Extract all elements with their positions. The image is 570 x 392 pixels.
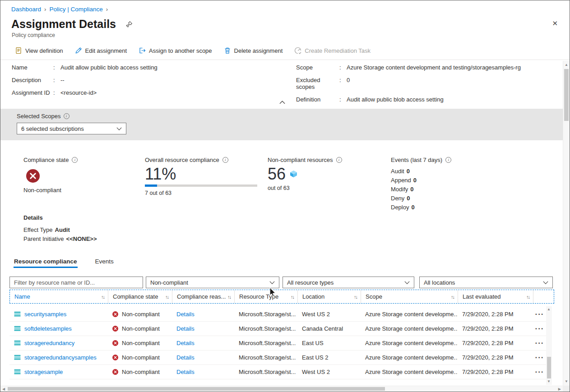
- row-context-menu-button[interactable]: [535, 339, 544, 348]
- scroll-down-icon[interactable]: [547, 380, 551, 383]
- info-icon[interactable]: [72, 157, 78, 163]
- scroll-right-icon[interactable]: [558, 387, 561, 391]
- resource-name-link[interactable]: storagesample: [24, 369, 63, 375]
- event-count-modify: Modify0: [391, 185, 451, 194]
- row-context-menu-button[interactable]: [535, 353, 544, 362]
- scope-cell: Azure Storage content developme...: [361, 354, 458, 361]
- row-context-menu-button[interactable]: [535, 368, 544, 377]
- assignment-details-blade: Dashboard Policy | Compliance Assignment…: [0, 0, 570, 392]
- info-icon[interactable]: [445, 157, 451, 163]
- details-title: Details: [23, 214, 97, 221]
- table-row: softdeletesamples Non-compliant Details …: [9, 322, 546, 336]
- assignment-scope-value: Azure Storage content development and te…: [347, 64, 521, 71]
- location-filter-dropdown[interactable]: All locations: [419, 277, 553, 288]
- row-context-menu-button[interactable]: [535, 324, 544, 333]
- event-count-deploy: Deploy0: [391, 203, 451, 212]
- title-row: Assignment Details: [11, 18, 133, 31]
- resource-name-link[interactable]: securitysamples: [24, 311, 66, 318]
- column-header-name[interactable]: Name: [10, 290, 108, 303]
- resource-name-link[interactable]: storageredundancy: [24, 340, 74, 346]
- overall-compliance-caption: 7 out of 63: [145, 190, 257, 196]
- resource-type-cell: Microsoft.Storage/st...: [234, 340, 297, 346]
- scrollbar-thumb[interactable]: [564, 69, 569, 121]
- assignment-id-value: <resource-id>: [60, 89, 97, 96]
- column-header-compliance-reason[interactable]: Compliance reas...: [172, 290, 235, 303]
- scroll-left-icon[interactable]: [2, 387, 5, 391]
- column-header-resource-type[interactable]: Resource Type: [235, 290, 298, 303]
- selected-scopes-value: 6 selected subscriptions: [21, 125, 84, 132]
- info-icon[interactable]: [336, 157, 342, 163]
- compliance-state-text: Non-compliant: [122, 354, 160, 361]
- overall-compliance-block: Overall resource compliance 11% 7 out of…: [145, 157, 257, 196]
- tab-events[interactable]: Events: [95, 258, 114, 268]
- collapse-details-button[interactable]: [276, 99, 288, 106]
- compliance-state-filter-dropdown[interactable]: Non-compliant: [146, 277, 279, 288]
- breadcrumb: Dashboard Policy | Compliance: [11, 6, 111, 13]
- details-link[interactable]: Details: [176, 340, 195, 346]
- details-link[interactable]: Details: [176, 311, 195, 318]
- breadcrumb-link-policy-compliance[interactable]: Policy | Compliance: [49, 6, 102, 13]
- assign-scope-icon: [139, 47, 146, 54]
- location-cell: West US 2: [297, 369, 361, 375]
- scrollbar-thumb[interactable]: [547, 357, 551, 378]
- resource-type-filter-dropdown[interactable]: All resource types: [283, 277, 414, 288]
- pin-button[interactable]: [126, 21, 133, 28]
- scope-cell: Azure Storage content developme...: [361, 369, 458, 375]
- tab-resource-compliance[interactable]: Resource compliance: [14, 258, 78, 268]
- resource-type-cell: Microsoft.Storage/st...: [234, 354, 297, 361]
- sort-icon: [101, 293, 104, 300]
- compliance-state-block: Compliance state Non-compliant: [23, 157, 78, 194]
- sort-icon: [227, 293, 231, 300]
- info-icon[interactable]: [64, 113, 70, 119]
- assignment-details-left: NameAudit allow public blob access setti…: [12, 64, 158, 102]
- column-header-actions: [533, 290, 554, 303]
- selected-scopes-dropdown[interactable]: 6 selected subscriptions: [17, 123, 126, 134]
- overall-compliance-percent: 11%: [145, 165, 257, 183]
- horizontal-scrollbar[interactable]: [0, 386, 563, 392]
- tab-bar: Resource compliance Events: [14, 258, 114, 268]
- location-cell: West US 2: [297, 311, 361, 318]
- column-header-compliance-state[interactable]: Compliance state: [108, 290, 172, 303]
- scroll-up-icon[interactable]: [565, 63, 568, 67]
- table-header: Name Compliance state Compliance reas...…: [9, 290, 554, 304]
- compliance-state-text: Non-compliant: [122, 340, 160, 346]
- table-row: storageredundancysamples Non-compliant D…: [9, 350, 546, 365]
- resource-name-link[interactable]: softdeletesamples: [24, 325, 72, 332]
- info-icon[interactable]: [222, 157, 228, 163]
- row-context-menu-button[interactable]: [535, 310, 544, 319]
- non-compliant-icon: [112, 311, 118, 317]
- scrollbar-thumb[interactable]: [8, 387, 385, 391]
- non-compliant-count: 56: [268, 165, 286, 183]
- storage-account-icon: [14, 355, 21, 360]
- resource-filter-input[interactable]: [9, 277, 143, 288]
- non-compliant-icon: [112, 369, 118, 375]
- selected-scopes-section: Selected Scopes 6 selected subscriptions: [0, 109, 570, 140]
- table-vertical-scrollbar[interactable]: [546, 306, 552, 385]
- main-vertical-scrollbar[interactable]: [563, 61, 570, 386]
- location-cell: Canada Central: [297, 325, 361, 332]
- command-bar: View definition Edit assignment Assign t…: [15, 45, 371, 56]
- close-button[interactable]: [552, 19, 558, 28]
- last-evaluated-cell: 7/29/2020, 2:28 PM: [458, 369, 533, 375]
- location-cell: East US 2: [297, 354, 361, 361]
- scroll-down-icon[interactable]: [565, 380, 568, 383]
- non-compliant-caption: out of 63: [268, 185, 342, 191]
- chevron-down-icon: [543, 281, 548, 284]
- column-header-scope[interactable]: Scope: [361, 290, 458, 303]
- table-body: securitysamples Non-compliant Details Mi…: [9, 307, 546, 379]
- delete-assignment-button[interactable]: Delete assignment: [224, 47, 283, 54]
- details-link[interactable]: Details: [176, 325, 195, 332]
- edit-assignment-button[interactable]: Edit assignment: [75, 47, 127, 54]
- scroll-up-icon[interactable]: [547, 308, 551, 311]
- resource-name-link[interactable]: storageredundancysamples: [24, 354, 97, 361]
- breadcrumb-link-dashboard[interactable]: Dashboard: [11, 6, 41, 13]
- assign-to-another-scope-button[interactable]: Assign to another scope: [139, 47, 212, 54]
- edit-icon: [75, 47, 82, 54]
- column-header-last-evaluated[interactable]: Last evaluated: [458, 290, 533, 303]
- delete-icon: [224, 47, 231, 54]
- chevron-down-icon: [269, 281, 275, 284]
- details-link[interactable]: Details: [176, 354, 195, 361]
- details-link[interactable]: Details: [176, 369, 195, 375]
- view-definition-button[interactable]: View definition: [15, 47, 63, 54]
- column-header-location[interactable]: Location: [298, 290, 361, 303]
